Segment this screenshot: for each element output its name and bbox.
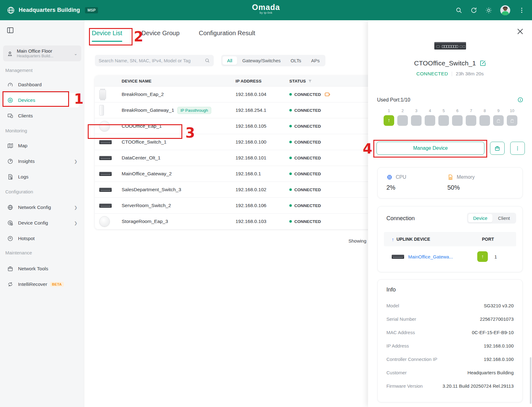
memory-stat: Memory 50% [447, 168, 475, 198]
more-menu-icon[interactable] [518, 7, 525, 14]
filter-aps[interactable]: APs [306, 56, 324, 65]
edit-name-icon[interactable] [480, 60, 486, 66]
building-name: Headquarters Build... [17, 54, 74, 59]
tab-device-list[interactable]: Device List [92, 30, 122, 42]
table-row[interactable]: COOOffice_Eap_1 192.168.0.105 CONNECTED [95, 118, 409, 134]
table-row[interactable]: MainOffice_Gateway_2 192.168.0.1 CONNECT… [95, 166, 409, 182]
port-8[interactable] [479, 115, 490, 126]
device-name: BreakRoom_Eap_2 [122, 92, 236, 97]
sidebar-item-logs[interactable]: Logs [0, 170, 84, 184]
tab-configuration-result[interactable]: Configuration Result [199, 30, 255, 42]
status-dot [289, 109, 292, 111]
switch-device-image [99, 140, 112, 144]
port-2[interactable] [397, 115, 408, 126]
port-9-sfp[interactable] [493, 115, 504, 126]
info-title: Info [386, 286, 396, 293]
brightness-icon[interactable] [485, 7, 492, 14]
filter-all[interactable]: All [222, 56, 237, 65]
search-input[interactable] [99, 58, 205, 63]
device-ip: 192.168.0.1 [236, 171, 289, 177]
status-text: CONNECTED [294, 108, 321, 113]
more-actions-button[interactable] [510, 142, 525, 155]
top-header-bar: Headquarters Building MSP Omada by tp-li… [0, 0, 532, 20]
sidebar-item-insights[interactable]: Insights ❯ [0, 154, 84, 168]
search-icon[interactable] [455, 7, 462, 14]
port-10-sfp[interactable] [507, 115, 517, 126]
sidebar-label: IntelliRecover [18, 282, 47, 287]
col-device-name: DEVICE NAME [122, 79, 236, 83]
device-name: StorageRoom_Eap_3 [122, 219, 236, 224]
connection-table-header: ↑ UPLINK DEVICE PORT [384, 232, 516, 246]
sidebar-item-hotspot[interactable]: Hotspot [0, 231, 84, 246]
cpu-label: CPU [396, 174, 406, 180]
toggle-client[interactable]: Client [493, 214, 515, 222]
table-row[interactable]: SalesDepartment_Switch_3 192.168.0.102 C… [95, 182, 409, 197]
status-dot [289, 204, 292, 207]
cpu-memory-card: CPU 2% Memory 50% [377, 167, 523, 198]
uplink-arrow-icon: ↑ [392, 237, 394, 242]
filter-funnel-icon[interactable] [308, 79, 312, 83]
used-port-row: Used Port:1/10 [377, 97, 523, 103]
port-3[interactable] [411, 115, 422, 126]
logo-subtext: by tp-link [252, 11, 280, 14]
port-7[interactable] [466, 115, 476, 126]
user-avatar[interactable] [500, 5, 510, 15]
sidebar-item-dashboard[interactable]: Dashboard [0, 78, 84, 92]
uplink-device-link[interactable]: MainOffice_Gatewa... [408, 254, 453, 259]
port-1-uplink[interactable] [384, 115, 394, 126]
port-4[interactable] [425, 115, 435, 126]
tab-bar: Device List Device Group Configuration R… [92, 30, 255, 42]
refresh-icon[interactable] [470, 7, 477, 14]
device-config-icon [7, 220, 13, 226]
sidebar-label: Devices [18, 97, 35, 103]
info-icon[interactable] [517, 97, 523, 103]
table-row[interactable]: ServerRoom_Switch_2 192.168.0.106 CONNEC… [95, 197, 409, 213]
sidebar-item-intellirecover[interactable]: IntelliRecover BETA [0, 277, 84, 291]
tab-device-group[interactable]: Device Group [142, 30, 180, 42]
header-actions [455, 5, 525, 15]
panel-scrollbar[interactable] [530, 357, 531, 404]
sidebar-item-device-config[interactable]: Device Config ❯ [0, 216, 84, 230]
manage-device-button[interactable]: Manage Device [376, 142, 484, 155]
table-row-selected-switch[interactable]: CTOOffice_Switch_1 192.168.0.100 CONNECT… [95, 134, 409, 150]
filter-gateway-switches[interactable]: Gateway/Switches [238, 56, 285, 65]
location-pin-icon [7, 50, 13, 57]
status-text: CONNECTED [294, 187, 321, 192]
port-6[interactable] [452, 115, 463, 126]
filter-olts[interactable]: OLTs [286, 56, 306, 65]
device-ip: 192.168.0.102 [236, 187, 289, 192]
device-ip: 192.168.0.101 [236, 155, 289, 161]
section-management: Management [5, 65, 33, 75]
memory-value: 50% [447, 184, 475, 191]
sidebar-item-network-tools[interactable]: Network Tools [0, 262, 84, 276]
sfp-module-icon [511, 119, 514, 123]
gateway-device-image [99, 105, 104, 116]
status-text: CONNECTED [294, 156, 321, 160]
uplink-row: MainOffice_Gatewa... ↑ 1 [384, 246, 516, 267]
locate-blink-icon[interactable] [325, 92, 330, 97]
table-row[interactable]: BreakRoom_Gateway_1 IP Passthrough 192.1… [95, 102, 409, 118]
device-ip: 192.168.0.106 [236, 203, 289, 208]
port-5[interactable] [438, 115, 449, 126]
network-tools-icon [7, 266, 13, 272]
table-row[interactable]: BreakRoom_Eap_2 192.168.0.104 CONNECTED [95, 86, 409, 102]
sidebar-item-clients[interactable]: Clients [0, 109, 84, 123]
network-tools-button[interactable] [490, 142, 505, 155]
toggle-device[interactable]: Device [468, 214, 492, 222]
table-row[interactable]: DataCenter_Olt_1 192.168.0.101 CONNECTED [95, 150, 409, 166]
device-ip: 192.168.0.100 [236, 139, 289, 145]
uplink-port-badge[interactable]: ↑ [477, 251, 488, 262]
sidebar-item-map[interactable]: Map [0, 139, 84, 153]
omada-app: Headquarters Building MSP Omada by tp-li… [0, 0, 532, 407]
logs-icon [7, 174, 13, 180]
sidebar-item-devices[interactable]: Devices [2, 93, 79, 107]
cpu-icon [386, 174, 393, 180]
sidebar-collapse-icon[interactable] [7, 27, 14, 33]
device-title-row: CTOOffice_Switch_1 [368, 59, 532, 67]
table-row[interactable]: StorageRoom_Eap_3 192.168.0.103 CONNECTE… [95, 213, 409, 229]
sidebar-label: Dashboard [18, 82, 42, 88]
site-selector[interactable]: Main Office Floor Headquarters Build... … [3, 45, 81, 61]
col-ip-address: IP ADDRESS [236, 79, 289, 83]
sidebar-item-network-config[interactable]: Network Config ❯ [0, 200, 84, 215]
close-icon[interactable] [516, 28, 524, 35]
